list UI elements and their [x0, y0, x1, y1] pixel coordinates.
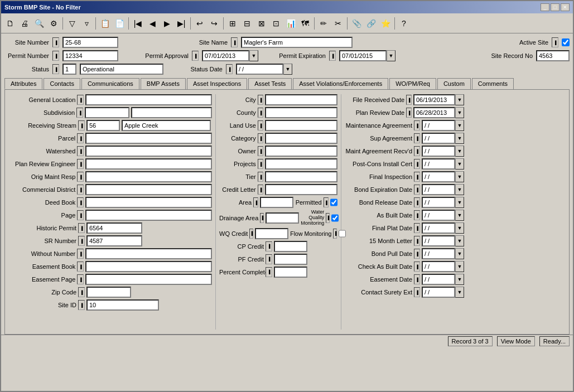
site-number-input[interactable]: 25-68 — [62, 37, 118, 48]
easement-page-input[interactable] — [85, 274, 212, 285]
cut-button[interactable]: ✂ — [331, 17, 345, 30]
maintenance-agreement-input[interactable] — [422, 120, 455, 131]
copy-button[interactable]: 📋 — [98, 17, 112, 30]
permitted-checkbox[interactable] — [330, 199, 337, 206]
first-button[interactable]: |◀ — [131, 17, 144, 30]
post-cons-install-cert-dropdown[interactable]: ▼ — [455, 158, 464, 170]
general-location-input[interactable] — [85, 94, 212, 105]
contact-surety-ext-dropdown[interactable]: ▼ — [455, 287, 464, 298]
edit-button[interactable]: ✏ — [317, 17, 330, 30]
grid1-button[interactable]: ⊞ — [226, 17, 239, 30]
contact-surety-ext-input[interactable] — [422, 287, 455, 298]
tab-contacts[interactable]: Contacts — [44, 78, 80, 89]
forward-button[interactable]: ↪ — [208, 17, 221, 30]
final-inspection-input[interactable] — [422, 171, 455, 182]
tier-input[interactable] — [265, 171, 337, 182]
bond-expiration-date-input[interactable] — [422, 184, 455, 195]
plan-review-date-input[interactable] — [413, 107, 455, 118]
check-as-built-date-input[interactable] — [422, 261, 455, 272]
last-button[interactable]: ▶| — [175, 17, 188, 30]
permit-expiration-input[interactable]: 07/01/2015 — [339, 50, 387, 61]
file-received-date-input[interactable] — [413, 94, 455, 105]
easement-book-input[interactable] — [85, 261, 212, 272]
pf-credit-input[interactable] — [274, 254, 307, 265]
maintenance-agreement-dropdown[interactable]: ▼ — [455, 120, 464, 131]
tab-custom[interactable]: Custom — [437, 78, 471, 89]
historic-permit-input[interactable] — [86, 222, 142, 234]
star-button[interactable]: ⭐ — [379, 17, 392, 30]
without-number-input[interactable] — [85, 248, 212, 259]
cp-credit-input[interactable] — [274, 241, 307, 252]
watershed-input[interactable] — [85, 146, 212, 157]
paste-button[interactable]: 📄 — [113, 17, 126, 30]
receiving-stream-input1[interactable] — [86, 120, 120, 131]
water-quality-monitoring-checkbox[interactable] — [331, 214, 339, 222]
category-input[interactable] — [265, 133, 337, 144]
site-record-no-input[interactable]: 4563 — [536, 50, 570, 61]
check-as-built-date-dropdown[interactable]: ▼ — [455, 261, 464, 272]
final-plat-date-input[interactable] — [422, 222, 455, 234]
permit-approval-input[interactable]: 07/01/2013 — [202, 50, 249, 61]
plan-review-engineer-input[interactable] — [85, 158, 212, 170]
status-date-input[interactable]: / / — [236, 64, 283, 75]
status-num-input[interactable]: 1 — [62, 64, 76, 75]
tab-asset-violations-enforcements[interactable]: Asset Violations/Enforcements — [293, 78, 388, 89]
tab-wo-pm-req[interactable]: WO/PM/Req — [389, 78, 436, 89]
help-button[interactable]: ? — [397, 17, 411, 30]
maximize-button[interactable]: □ — [551, 3, 559, 11]
land-use-input[interactable] — [265, 120, 337, 131]
grid2-button[interactable]: ⊟ — [240, 17, 254, 30]
easement-date-input[interactable] — [422, 274, 455, 285]
filter2-button[interactable]: ▿ — [80, 17, 93, 30]
back-button[interactable]: ↩ — [193, 17, 206, 30]
subdivision-input1[interactable] — [85, 107, 129, 118]
permit-approval-dropdown[interactable]: ▼ — [249, 50, 258, 61]
city-input[interactable] — [265, 94, 337, 105]
bond-release-date-dropdown[interactable]: ▼ — [455, 197, 464, 208]
filter-button[interactable]: ⚙ — [47, 17, 60, 30]
permit-number-input[interactable]: 12334 — [62, 50, 118, 61]
bond-expiration-date-dropdown[interactable]: ▼ — [455, 184, 464, 195]
funnel-button[interactable]: ▽ — [65, 17, 79, 30]
tab-bmp-assets[interactable]: BMP Assets — [141, 78, 186, 89]
percent-complete-input[interactable] — [274, 267, 307, 278]
final-plat-date-dropdown[interactable]: ▼ — [455, 222, 464, 234]
area-input[interactable] — [260, 197, 293, 208]
owner-input[interactable] — [265, 146, 337, 157]
chart-button[interactable]: 📊 — [284, 17, 297, 30]
zip-code-input[interactable] — [86, 287, 131, 298]
wq-credit-input[interactable] — [255, 228, 288, 239]
search-button[interactable]: 🔍 — [32, 17, 46, 30]
status-text-input[interactable]: Operational — [80, 64, 163, 75]
projects-input[interactable] — [265, 158, 337, 170]
grid4-button[interactable]: ⊡ — [269, 17, 283, 30]
grid3-button[interactable]: ⊠ — [255, 17, 268, 30]
county-input[interactable] — [265, 107, 337, 118]
sr-number-input[interactable] — [86, 235, 142, 246]
maint-agreement-recvd-input[interactable] — [422, 146, 455, 157]
sup-agreement-input[interactable] — [422, 133, 455, 144]
next-button[interactable]: ▶ — [160, 17, 173, 30]
month-letter-input[interactable] — [422, 235, 455, 246]
orig-maint-resp-input[interactable] — [85, 171, 212, 182]
plan-review-date-dropdown[interactable]: ▼ — [455, 107, 464, 118]
subdivision-input2[interactable] — [131, 107, 212, 118]
bond-pull-date-input[interactable] — [422, 248, 455, 259]
maint-agreement-recvd-dropdown[interactable]: ▼ — [455, 146, 464, 157]
new-button[interactable]: 🗋 — [3, 17, 17, 30]
easement-date-dropdown[interactable]: ▼ — [455, 274, 464, 285]
commercial-district-input[interactable] — [85, 184, 212, 195]
tab-asset-inspections[interactable]: Asset Inspections — [187, 78, 247, 89]
page-input[interactable] — [85, 210, 212, 221]
receiving-stream-input2[interactable] — [122, 120, 211, 131]
credit-letter-input[interactable] — [265, 184, 337, 195]
close-button[interactable]: ✕ — [561, 3, 570, 11]
deed-book-input[interactable] — [85, 197, 212, 208]
active-site-checkbox[interactable] — [562, 38, 570, 46]
parcel-input[interactable] — [85, 133, 212, 144]
post-cons-install-cert-input[interactable] — [422, 158, 455, 170]
tab-comments[interactable]: Comments — [472, 78, 514, 89]
map-button[interactable]: 🗺 — [298, 17, 312, 30]
site-name-input[interactable]: Magler's Farm — [241, 37, 353, 48]
as-built-date-input[interactable] — [422, 210, 455, 221]
